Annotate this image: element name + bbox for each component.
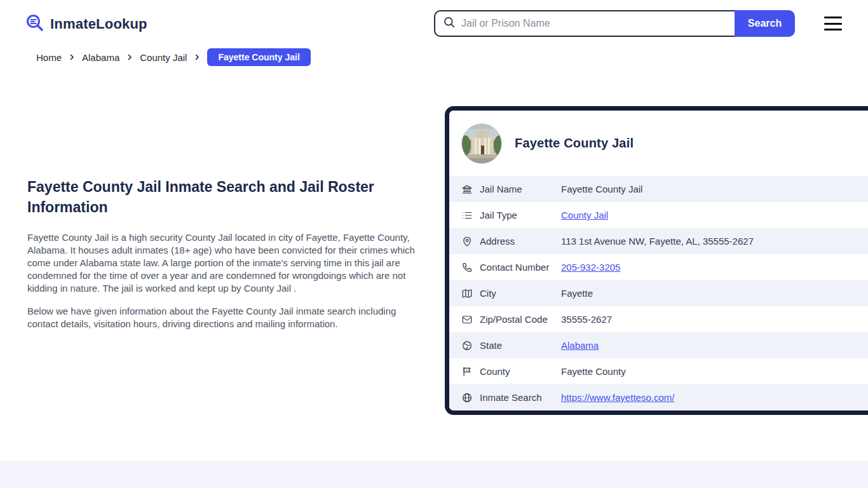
row-label: Contact Number [480,262,561,273]
row-label: County [480,366,561,377]
courthouse-photo [461,123,502,164]
table-row: City Fayette [449,280,868,306]
search-input-wrap [434,10,735,37]
breadcrumb-home[interactable]: Home [36,52,62,63]
logo-text: InmateLookup [50,16,147,32]
site-logo[interactable]: InmateLookup [25,13,147,35]
jail-card-title: Fayette County Jail [515,136,634,151]
table-row: Jail Type County Jail [449,202,868,228]
row-label: Zip/Postal Code [480,314,561,325]
globe-icon [461,340,473,351]
table-row: State Alabama [449,332,868,358]
breadcrumb-county-jail[interactable]: County Jail [140,52,187,63]
page: InmateLookup Search Home Alabama County … [0,0,868,488]
table-row: Contact Number 205-932-3205 [449,254,868,280]
flag-icon [461,366,473,377]
globe-grid-icon [461,392,473,403]
table-row: County Fayette County [449,358,868,384]
row-value[interactable]: https://www.fayetteso.com/ [561,392,674,403]
footer [0,461,868,488]
row-value: Fayette [561,288,593,299]
table-row: Jail Name Fayette County Jail [449,176,868,202]
menu-icon[interactable] [824,17,842,30]
breadcrumb: Home Alabama County Jail Fayette County … [36,48,311,66]
row-value: 113 1st Avenue NW, Fayette, AL, 35555-26… [561,236,754,247]
main-content: Fayette County Jail Inmate Search and Ja… [27,177,420,341]
breadcrumb-alabama[interactable]: Alabama [82,52,119,63]
row-label: City [480,288,561,299]
bank-icon [461,184,473,195]
table-row: Address 113 1st Avenue NW, Fayette, AL, … [449,228,868,254]
search-button[interactable]: Search [735,10,795,37]
search-bar: Search [434,10,795,37]
intro-paragraph: Fayette County Jail is a high security C… [27,231,420,295]
map-pin-icon [461,236,473,247]
row-label: State [480,340,561,351]
row-value[interactable]: 205-932-3205 [561,262,620,273]
card-header: Fayette County Jail [449,111,868,176]
list-icon [461,210,473,221]
row-label: Jail Name [480,184,561,194]
envelope-icon [461,314,473,325]
row-value: Fayette County [561,366,626,377]
row-label: Jail Type [480,210,561,220]
chevron-right-icon [126,53,133,61]
row-label: Inmate Search [480,392,561,403]
jail-info-card: Fayette County Jail Jail Name Fayette Co… [445,106,868,415]
info-table: Jail Name Fayette County Jail Jail Type … [449,176,868,410]
info-paragraph: Below we have given information about th… [27,305,420,330]
page-title: Fayette County Jail Inmate Search and Ja… [27,177,420,217]
magnifier-logo-icon [25,13,44,35]
row-value[interactable]: County Jail [561,210,608,220]
phone-icon [461,262,473,273]
chevron-right-icon [68,53,76,61]
row-value: Fayette County Jail [561,184,642,194]
table-row: Zip/Postal Code 35555-2627 [449,306,868,332]
row-label: Address [480,236,561,247]
table-row: Inmate Search https://www.fayetteso.com/ [449,384,868,410]
chevron-right-icon [193,53,201,61]
search-input[interactable] [461,11,735,36]
map-icon [461,288,473,299]
row-value[interactable]: Alabama [561,340,599,351]
row-value: 35555-2627 [561,314,612,325]
search-icon [443,16,456,31]
breadcrumb-current-badge: Fayette County Jail [207,48,310,66]
